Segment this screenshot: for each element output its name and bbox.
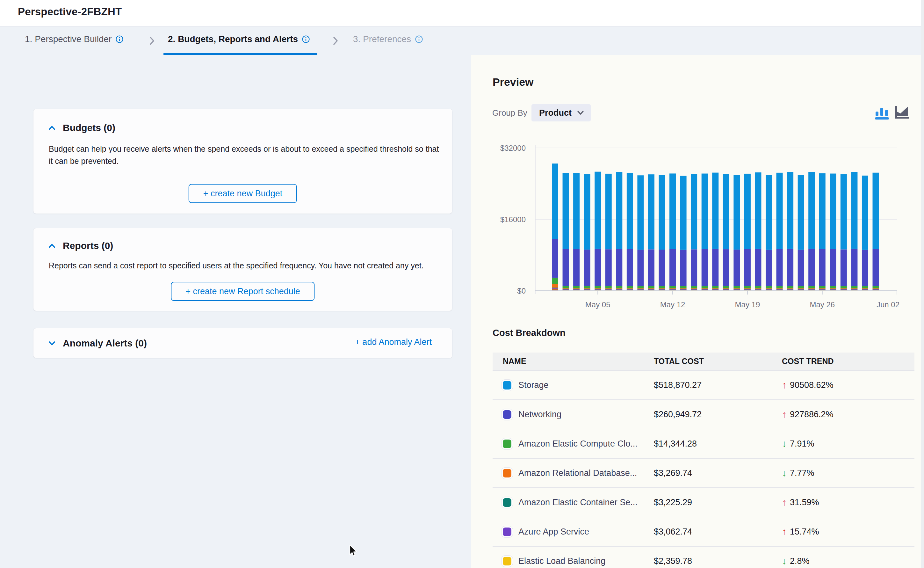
bar-segment-rds <box>584 289 590 289</box>
tab-budgets-reports-alerts[interactable]: 2. Budgets, Reports and Alerts <box>168 34 310 44</box>
bar-segment-azure <box>734 289 740 290</box>
wizard-tab-bar: 1. Perspective Builder 2. Budgets, Repor… <box>0 27 924 55</box>
stacked-bar[interactable] <box>755 172 761 291</box>
cost-breakdown-row[interactable]: Networking$260,949.72↑927886.2% <box>493 400 915 429</box>
stacked-bar[interactable] <box>659 175 665 291</box>
stacked-bar[interactable] <box>573 173 580 291</box>
stacked-bar[interactable] <box>830 174 836 291</box>
stacked-bar[interactable] <box>702 174 708 291</box>
stacked-bar[interactable] <box>712 173 719 291</box>
scrollbar[interactable] <box>921 0 924 568</box>
bar-segment-rds <box>637 289 644 289</box>
cost-breakdown-row[interactable]: Amazon Elastic Compute Clo...$14,344.28↓… <box>493 429 915 459</box>
bar-segment-storage <box>766 175 772 250</box>
create-report-schedule-button[interactable]: + create new Report schedule <box>171 282 315 301</box>
stacked-bar[interactable] <box>595 172 601 291</box>
bar-segment-ec2 <box>573 286 580 289</box>
stacked-bar[interactable] <box>605 174 612 291</box>
bar-segment-networking <box>691 249 697 286</box>
stacked-bar[interactable] <box>841 174 847 291</box>
bar-segment-ec2 <box>616 286 622 289</box>
bar-segment-ecs <box>787 289 793 290</box>
bar-segment-azure <box>584 289 590 290</box>
stacked-bar[interactable] <box>680 176 687 291</box>
cost-breakdown-row[interactable]: Azure App Service$3,062.74↑15.74% <box>493 517 915 547</box>
add-anomaly-alert-link[interactable]: + add Anomaly Alert <box>355 337 432 347</box>
bar-segment-ecs <box>862 289 868 290</box>
cost-trend-cell: ↑31.59% <box>782 497 915 508</box>
bar-segment-networking <box>851 249 858 286</box>
group-by-select[interactable]: Product <box>531 104 591 121</box>
stacked-bar[interactable] <box>798 175 804 291</box>
stacked-bar[interactable] <box>648 174 654 291</box>
stacked-bar[interactable] <box>734 175 740 291</box>
bar-segment-elb <box>669 290 676 290</box>
series-color-swatch <box>503 381 511 390</box>
bar-segment-storage <box>776 173 783 249</box>
bar-segment-elb <box>616 290 622 290</box>
bar-segment-ec2 <box>680 286 687 289</box>
bar-segment-elb <box>798 290 804 290</box>
bar-chart-icon[interactable] <box>874 104 889 120</box>
total-cost-cell: $518,870.27 <box>654 380 782 390</box>
cost-breakdown-row[interactable]: Elastic Load Balancing$2,359.78↓2.8% <box>493 547 915 568</box>
product-name: Amazon Elastic Container Se... <box>519 497 638 508</box>
stacked-bar[interactable] <box>862 176 868 291</box>
cost-trend-cell: ↑15.74% <box>782 527 915 537</box>
area-chart-icon[interactable] <box>894 104 909 120</box>
tab-preferences[interactable]: 3. Preferences <box>353 34 423 44</box>
bar-segment-azure <box>669 289 676 290</box>
cost-breakdown-row[interactable]: Amazon Elastic Container Se...$3,225.29↑… <box>493 488 915 517</box>
bar-segment-networking <box>723 249 729 286</box>
anomaly-card-header[interactable]: Anomaly Alerts (0) <box>48 338 147 349</box>
bar-segment-ecs <box>712 289 719 290</box>
stacked-bar[interactable] <box>563 173 569 291</box>
y-axis-tick-label: $16000 <box>500 215 526 224</box>
reports-card-header[interactable]: Reports (0) <box>48 240 113 251</box>
bar-segment-rds <box>798 289 804 289</box>
stacked-bar[interactable] <box>873 173 879 291</box>
bar-segment-ec2 <box>766 286 772 289</box>
stacked-bar[interactable] <box>808 172 815 291</box>
create-budget-button[interactable]: + create new Budget <box>188 184 297 203</box>
tab-perspective-builder[interactable]: 1. Perspective Builder <box>25 34 124 44</box>
stacked-bar[interactable] <box>584 174 590 291</box>
bar-segment-ecs <box>841 289 847 290</box>
total-cost-cell: $3,269.74 <box>654 468 782 478</box>
budgets-card-header[interactable]: Budgets (0) <box>48 122 115 133</box>
bar-segment-storage <box>712 173 719 249</box>
total-cost-cell: $3,225.29 <box>654 497 782 508</box>
stacked-bar[interactable] <box>766 175 772 291</box>
stacked-bar[interactable] <box>819 174 826 291</box>
stacked-bar[interactable] <box>616 172 622 291</box>
stacked-bar[interactable] <box>744 174 751 291</box>
stacked-bar[interactable] <box>787 172 793 291</box>
bar-segment-ecs <box>669 289 676 290</box>
bar-segment-ecs <box>691 289 697 290</box>
bar-segment-ecs <box>808 289 815 290</box>
cost-breakdown-row[interactable]: Amazon Relational Database...$3,269.74↓7… <box>493 459 915 488</box>
stacked-bar[interactable] <box>637 175 644 291</box>
bar-segment-rds <box>616 289 622 289</box>
group-by-label: Group By <box>492 108 527 118</box>
bar-segment-networking <box>798 249 804 286</box>
budgets-title: Budgets (0) <box>63 122 115 133</box>
stacked-bar[interactable] <box>851 172 858 291</box>
stacked-bar[interactable] <box>627 173 633 291</box>
bar-segment-azure <box>755 289 761 290</box>
bar-segment-storage <box>605 174 612 249</box>
bar-segment-rds <box>563 289 569 289</box>
bar-segment-azure <box>627 289 633 290</box>
bar-segment-azure <box>851 289 858 290</box>
stacked-bar[interactable] <box>669 174 676 291</box>
stacked-bar[interactable] <box>552 163 558 291</box>
stacked-bar[interactable] <box>691 174 697 291</box>
stacked-bar[interactable] <box>776 173 783 291</box>
bar-segment-elb <box>563 290 569 290</box>
bar-segment-networking <box>595 249 601 286</box>
cost-breakdown-row[interactable]: Storage$518,870.27↑90508.62% <box>493 370 915 400</box>
bar-segment-networking <box>787 249 793 286</box>
bar-segment-ec2 <box>691 286 697 289</box>
cost-preview-chart[interactable]: $0$16000$32000May 05May 12May 19May 26Ju… <box>478 136 921 317</box>
stacked-bar[interactable] <box>723 174 729 291</box>
